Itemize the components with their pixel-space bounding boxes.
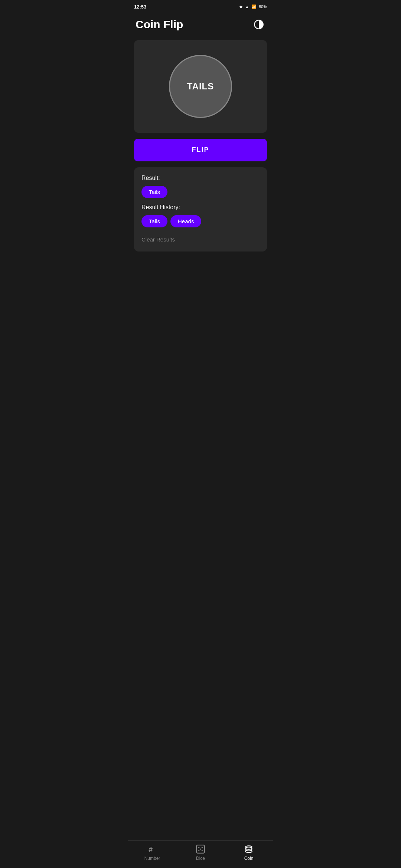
status-time: 12:53 [134, 4, 146, 10]
signal-icon: ▲ [245, 4, 249, 9]
history-label: Result History: [141, 204, 260, 211]
main-content: TAILS FLIP Result: Tails Result History:… [128, 37, 273, 281]
wifi-icon: 📶 [251, 4, 257, 9]
theme-toggle-button[interactable] [252, 18, 265, 31]
header: Coin Flip [128, 13, 273, 37]
clear-results-button[interactable]: Clear Results [141, 235, 175, 244]
current-result-badge: Tails [141, 186, 167, 198]
coin-circle[interactable]: TAILS [169, 55, 232, 118]
results-card: Result: Tails Result History: Tails Head… [134, 167, 267, 251]
coin-display-card: TAILS [134, 40, 267, 133]
half-circle-icon [254, 19, 264, 30]
history-badges: Tails Heads [141, 215, 260, 227]
status-bar: 12:53 ★ ▲ 📶 80% [128, 0, 273, 13]
history-badge-tails: Tails [141, 215, 167, 227]
bluetooth-icon: ★ [239, 4, 243, 9]
result-label: Result: [141, 175, 260, 181]
history-badge-heads: Heads [170, 215, 201, 227]
page-title: Coin Flip [136, 18, 183, 31]
flip-button[interactable]: FLIP [134, 139, 267, 161]
battery-icon: 80% [259, 4, 267, 9]
coin-face-text: TAILS [187, 81, 214, 92]
status-icons: ★ ▲ 📶 80% [239, 4, 267, 9]
